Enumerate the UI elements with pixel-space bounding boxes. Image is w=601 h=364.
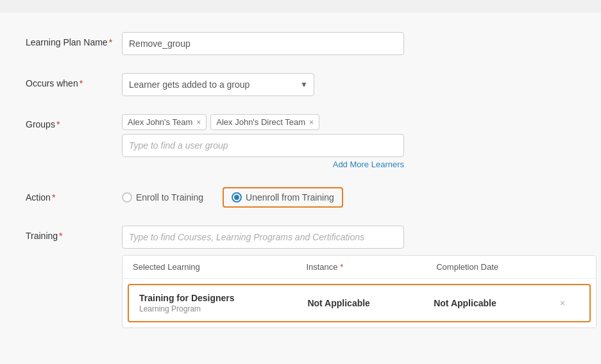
learning-plan-label: Learning Plan Name* <box>26 32 122 47</box>
training-search-input[interactable] <box>122 226 404 249</box>
learning-plan-input[interactable] <box>122 32 404 55</box>
col-learning-header: Selected Learning <box>133 262 306 272</box>
occurs-when-row: Occurs when* Learner gets added to a gro… <box>26 73 575 96</box>
groups-row: Groups* Alex John's Team × Alex John's D… <box>26 114 575 169</box>
group-tag-2-label: Alex John's Direct Team <box>216 117 305 127</box>
form-container: Learning Plan Name* Occurs when* Learner… <box>0 13 601 364</box>
training-row-close[interactable]: × <box>560 298 579 308</box>
group-tag-1: Alex John's Team × <box>122 114 207 130</box>
training-label: Training* <box>26 226 122 241</box>
learning-plan-content <box>122 32 575 55</box>
groups-tags-area: Alex John's Team × Alex John's Direct Te… <box>122 114 575 130</box>
enroll-radio[interactable] <box>122 192 132 203</box>
add-more-learners-link[interactable]: Add More Learners <box>122 160 404 169</box>
enroll-option[interactable]: Enroll to Training <box>122 192 203 203</box>
enroll-label: Enroll to Training <box>136 192 203 203</box>
group-tag-1-close[interactable]: × <box>196 119 201 126</box>
training-subtitle: Learning Program <box>139 304 307 313</box>
action-options: Enroll to Training Unenroll from Trainin… <box>122 187 575 208</box>
close-icon[interactable]: × <box>560 298 565 308</box>
occurs-when-select[interactable]: Learner gets added to a group <box>122 73 314 96</box>
unenroll-label: Unenroll from Training <box>246 192 334 203</box>
training-table-row: Training for Designers Learning Program … <box>128 284 591 322</box>
training-content: Selected Learning Instance * Completion … <box>122 226 597 328</box>
group-search-input[interactable] <box>122 134 404 157</box>
learning-plan-row: Learning Plan Name* <box>26 32 575 55</box>
completion-value: Not Applicable <box>434 298 560 308</box>
col-completion-header: Completion Date <box>436 262 566 272</box>
training-title: Training for Designers <box>139 293 307 303</box>
unenroll-option[interactable]: Unenroll from Training <box>223 187 343 208</box>
col-instance-header: Instance * <box>306 262 436 272</box>
group-tag-1-label: Alex John's Team <box>128 117 192 127</box>
occurs-when-label: Occurs when* <box>26 73 122 88</box>
unenroll-radio[interactable] <box>232 192 242 203</box>
training-row: Training* Selected Learning Instance * C… <box>26 226 575 328</box>
group-tag-2-close[interactable]: × <box>309 119 314 126</box>
occurs-when-select-wrapper: Learner gets added to a group ▼ <box>122 73 314 96</box>
action-label: Action* <box>26 187 122 203</box>
group-tag-2: Alex John's Direct Team × <box>210 114 319 130</box>
occurs-when-content: Learner gets added to a group ▼ <box>122 73 575 96</box>
training-table: Selected Learning Instance * Completion … <box>122 255 597 328</box>
table-header: Selected Learning Instance * Completion … <box>123 256 596 279</box>
action-content: Enroll to Training Unenroll from Trainin… <box>122 187 575 208</box>
training-info: Training for Designers Learning Program <box>139 293 307 313</box>
instance-value: Not Applicable <box>307 298 434 308</box>
groups-content: Alex John's Team × Alex John's Direct Te… <box>122 114 575 169</box>
groups-label: Groups* <box>26 114 122 129</box>
action-row: Action* Enroll to Training Unenroll from… <box>26 187 575 208</box>
